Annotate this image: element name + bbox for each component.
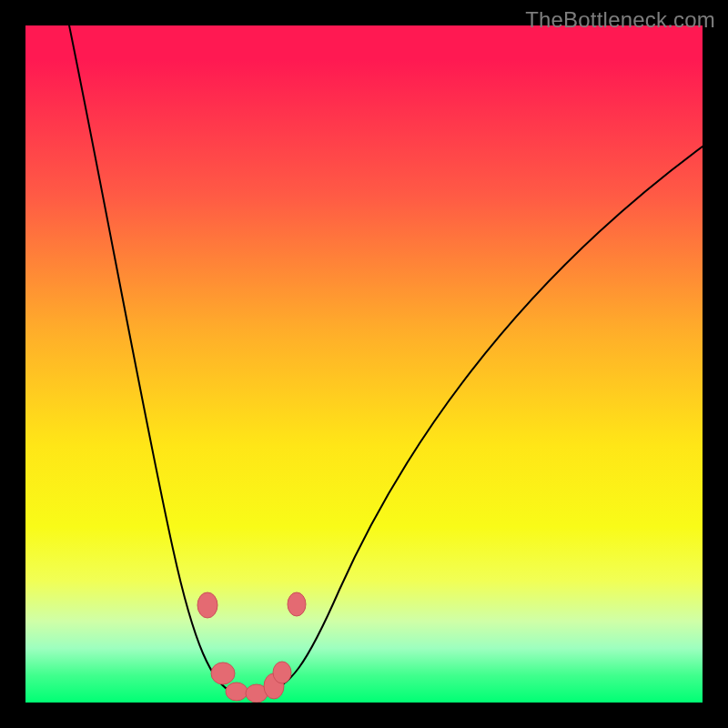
marker-point — [226, 682, 248, 701]
marker-point — [211, 662, 235, 684]
chart-svg — [25, 25, 703, 703]
watermark-text: TheBottleneck.com — [525, 7, 715, 33]
curve-left — [67, 25, 262, 693]
chart-plot-area — [25, 25, 703, 703]
curve-right — [262, 144, 703, 693]
marker-point — [197, 592, 217, 618]
marker-point — [288, 592, 306, 616]
marker-point — [273, 662, 291, 683]
